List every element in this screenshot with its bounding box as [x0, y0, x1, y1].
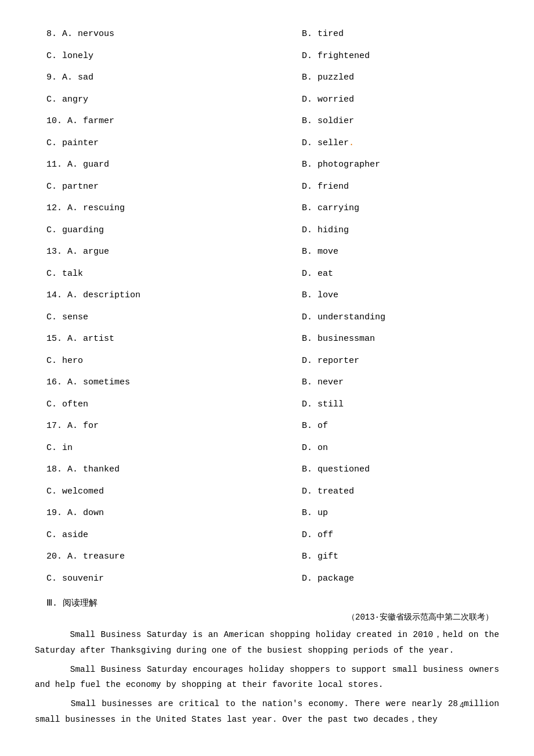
question-20-c: C. souvenir [35, 568, 267, 590]
highlight-period: . [349, 138, 354, 148]
question-10-b: B. soldier [267, 110, 499, 132]
question-17-d: D. on [267, 437, 499, 459]
question-19-ab: 19. A. down [35, 502, 267, 524]
question-14-ab: 14. A. description [35, 285, 267, 307]
question-19-c: C. aside [35, 524, 267, 546]
question-10-d: D. seller. [267, 132, 499, 154]
page-content: 8. A. nervousB. tiredC. lonelyD. frighte… [35, 23, 499, 728]
question-8-b: B. tired [267, 23, 499, 45]
question-20-b: B. gift [267, 546, 499, 568]
question-11-ab: 11. A. guard [35, 154, 267, 176]
question-17-c: C. in [35, 437, 267, 459]
question-19-d: D. off [267, 524, 499, 546]
paragraph-2: Small Business Saturday encourages holid… [35, 662, 499, 693]
question-20-ab: 20. A. treasure [35, 546, 267, 568]
questions-grid: 8. A. nervousB. tiredC. lonelyD. frighte… [35, 23, 499, 589]
question-11-d: D. friend [267, 176, 499, 198]
question-11-b: B. photographer [267, 154, 499, 176]
question-15-c: C. hero [35, 350, 267, 372]
question-15-d: D. reporter [267, 350, 499, 372]
question-20-d: D. package [267, 568, 499, 590]
section-title: Ⅲ. 阅读理解 [35, 597, 499, 609]
question-9-ab: 9. A. sad [35, 67, 267, 89]
source-line: （2013·安徽省级示范高中第二次联考） [35, 612, 499, 622]
question-9-c: C. angry [35, 89, 267, 111]
question-13-c: C. talk [35, 263, 267, 285]
question-19-b: B. up [267, 502, 499, 524]
question-10-c: C. painter [35, 132, 267, 154]
question-8-d: D. frightened [267, 45, 499, 67]
question-8-c: C. lonely [35, 45, 267, 67]
question-15-ab: 15. A. artist [35, 328, 267, 350]
question-18-d: D. treated [267, 481, 499, 503]
question-9-d: D. worried [267, 89, 499, 111]
question-11-c: C. partner [35, 176, 267, 198]
question-17-ab: 17. A. for [35, 415, 267, 437]
question-18-b: B. questioned [267, 459, 499, 481]
question-12-b: B. carrying [267, 197, 499, 219]
question-14-d: D. understanding [267, 307, 499, 329]
page-number: 4 [460, 701, 464, 710]
question-15-b: B. businessman [267, 328, 499, 350]
question-18-c: C. welcomed [35, 481, 267, 503]
paragraph-3: Small businesses are critical to the nat… [35, 696, 499, 728]
question-17-b: B. of [267, 415, 499, 437]
paragraph-1: Small Business Saturday is an American s… [35, 627, 499, 658]
question-8-ab: 8. A. nervous [35, 23, 267, 45]
question-12-c: C. guarding [35, 219, 267, 242]
question-10-ab: 10. A. farmer [35, 110, 267, 132]
paragraphs-container: Small Business Saturday is an American s… [35, 627, 499, 728]
question-13-b: B. move [267, 241, 499, 263]
question-12-ab: 12. A. rescuing [35, 197, 267, 219]
question-13-ab: 13. A. argue [35, 241, 267, 263]
question-12-d: D. hiding [267, 219, 499, 242]
question-14-c: C. sense [35, 307, 267, 329]
question-16-d: D. still [267, 394, 499, 416]
question-18-ab: 18. A. thanked [35, 459, 267, 481]
question-16-ab: 16. A. sometimes [35, 372, 267, 394]
question-16-b: B. never [267, 372, 499, 394]
question-14-b: B. love [267, 285, 499, 307]
question-13-d: D. eat [267, 263, 499, 285]
question-16-c: C. often [35, 394, 267, 416]
question-9-b: B. puzzled [267, 67, 499, 89]
